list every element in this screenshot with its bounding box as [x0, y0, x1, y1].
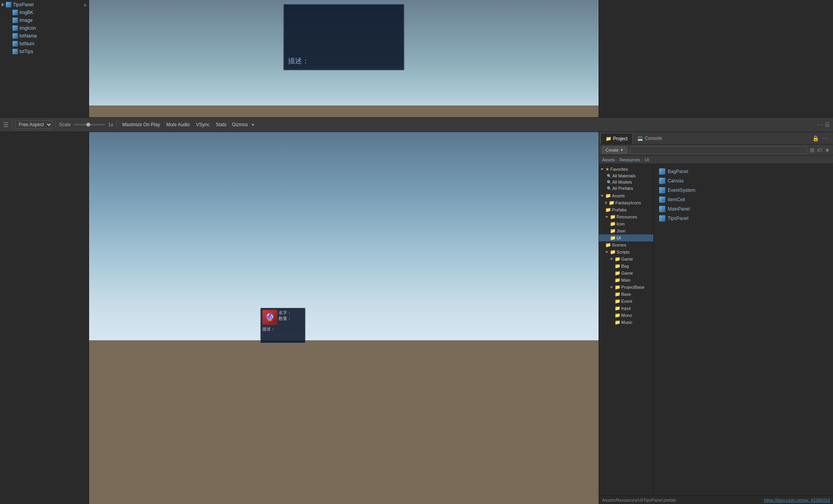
- tree-icon[interactable]: 📁 Icon: [599, 220, 653, 227]
- hierarchy-item-txtname[interactable]: txtName: [0, 32, 89, 40]
- breadcrumb-assets[interactable]: Assets: [602, 157, 615, 162]
- breadcrumb-resources[interactable]: Resources: [620, 157, 640, 162]
- create-button[interactable]: Create ▼: [602, 147, 627, 154]
- tree-base[interactable]: 📁 Base: [599, 291, 653, 298]
- file-item-canvas[interactable]: Canvas: [657, 177, 830, 185]
- label-icon[interactable]: 🏷: [817, 147, 822, 153]
- tree-mono[interactable]: 📁 Mono: [599, 312, 653, 319]
- cube-icon: [13, 49, 18, 54]
- tree-label: Input: [621, 306, 631, 311]
- folder-icon: 📁: [610, 249, 616, 255]
- tab-bar: 📁 Project 💻 Console 🔒 ⋯: [599, 132, 833, 145]
- tree-projectbase[interactable]: 📁 ProjectBase: [599, 284, 653, 291]
- hierarchy-item-txtnum[interactable]: txtNum: [0, 40, 89, 48]
- tree-fantasyicons[interactable]: 📁 FantasyIcons: [599, 199, 653, 206]
- prefab-icon: [659, 215, 665, 222]
- tree-all-models[interactable]: 🔍 All Models: [599, 179, 653, 185]
- hierarchy-item-image[interactable]: Image: [0, 16, 89, 24]
- hierarchy-item-txttips[interactable]: txtTips: [0, 48, 89, 55]
- file-label: BagPanel: [668, 169, 688, 174]
- hierarchy-item-imgicon[interactable]: imgIcon: [0, 24, 89, 32]
- tree-label: Mono: [621, 313, 632, 318]
- stats-button[interactable]: Stats: [213, 121, 229, 128]
- search-icon: 🔍: [607, 186, 611, 191]
- right-panel-upper: [599, 0, 833, 117]
- tree-scenes[interactable]: 📁 Scenes: [599, 241, 653, 248]
- vsync-button[interactable]: VSync: [193, 121, 212, 128]
- more-options-button[interactable]: ⋯: [822, 134, 828, 142]
- hierarchy-item-imgbk[interactable]: imgBK: [0, 9, 89, 16]
- scale-slider[interactable]: [74, 124, 105, 125]
- toolbar-lines[interactable]: ☰: [825, 122, 830, 128]
- hierarchy-label: TipsPanel: [13, 2, 34, 7]
- file-item-itemcell[interactable]: ItemCell: [657, 195, 830, 204]
- file-tree: ★ Favorites 🔍 All Materials 🔍 All Models…: [599, 164, 654, 495]
- tree-bag[interactable]: 📁 Bag: [599, 263, 653, 270]
- tree-label: Json: [617, 229, 626, 233]
- tree-label: Resources: [617, 214, 637, 219]
- file-label: EventSystem: [668, 188, 695, 193]
- scene-game-view[interactable]: 🔮 名字： 数量： 描述：: [89, 132, 599, 504]
- create-arrow: ▼: [620, 148, 624, 152]
- tree-json[interactable]: 📁 Json: [599, 227, 653, 234]
- folder-icon: 📁: [605, 242, 611, 248]
- arrow-icon: ▶: [84, 3, 87, 7]
- tab-console[interactable]: 💻 Console: [633, 132, 667, 144]
- tree-all-prefabs[interactable]: 🔍 All Prefabs: [599, 185, 653, 191]
- prefab-icon: [659, 206, 665, 212]
- breadcrumb-ui[interactable]: UI: [645, 157, 649, 162]
- tree-label: Icon: [617, 222, 625, 226]
- file-item-eventsystem[interactable]: EventSystem: [657, 186, 830, 195]
- tree-label: All Prefabs: [612, 186, 633, 191]
- expand-down: [605, 216, 608, 218]
- tab-project[interactable]: 📁 Project: [601, 133, 633, 144]
- file-item-mainpanel[interactable]: MainPanel: [657, 205, 830, 213]
- tree-assets[interactable]: 📁 Assets: [599, 192, 653, 199]
- hierarchy-panel: TipsPanel ▶ imgBK Image imgIcon txtName: [0, 0, 89, 117]
- aspect-select[interactable]: Free Aspect: [15, 120, 52, 129]
- prefab-icon: [659, 197, 665, 203]
- columns-icon[interactable]: ⊞: [810, 147, 815, 153]
- tree-game-folder[interactable]: 📁 Game: [599, 256, 653, 263]
- folder-icon: 📁: [615, 270, 620, 276]
- tree-all-materials[interactable]: 🔍 All Materials: [599, 173, 653, 179]
- tree-scripts[interactable]: 📁 Scripts: [599, 248, 653, 256]
- mute-audio-button[interactable]: Mute Audio: [164, 121, 192, 128]
- toolbar-dots[interactable]: ⋯: [817, 121, 823, 129]
- scale-slider-thumb[interactable]: [86, 123, 90, 127]
- file-grid: BagPanel Canvas EventSystem ItemCel: [654, 164, 833, 495]
- desc-label: 描述：: [262, 326, 303, 332]
- folder-icon: 📁: [605, 193, 611, 198]
- gizmos-button[interactable]: Gizmos: [231, 121, 250, 128]
- cube-icon: [6, 2, 11, 7]
- expand-right: [605, 201, 607, 204]
- tree-event[interactable]: 📁 Event: [599, 298, 653, 305]
- tree-game-sub[interactable]: 📁 Game: [599, 270, 653, 277]
- right-content: ★ Favorites 🔍 All Materials 🔍 All Models…: [599, 164, 833, 495]
- maximize-on-play-button[interactable]: Maximize On Play: [120, 121, 163, 128]
- right-panel: 📁 Project 💻 Console 🔒 ⋯ Create ▼: [599, 132, 833, 504]
- cube-icon: [13, 33, 18, 39]
- tree-label: FantasyIcons: [615, 200, 641, 205]
- file-item-bagpanel[interactable]: BagPanel: [657, 167, 830, 176]
- tree-main[interactable]: 📁 Main: [599, 277, 653, 284]
- lock-button[interactable]: 🔒: [812, 135, 819, 141]
- gizmos-arrow[interactable]: ▼: [251, 123, 255, 127]
- tree-music[interactable]: 📁 Music: [599, 319, 653, 326]
- star-icon[interactable]: ★: [825, 147, 830, 153]
- toolbar-left-icon[interactable]: ☰: [3, 121, 9, 129]
- status-url[interactable]: https://blog.csdn.net/qq_42385019: [764, 498, 830, 502]
- tree-ui[interactable]: 📁 UI: [599, 234, 653, 241]
- tree-prefabs[interactable]: 📁 Prefabs: [599, 206, 653, 213]
- prefab-icon: [659, 187, 665, 193]
- cube-icon: [13, 10, 18, 15]
- cube-icon: [13, 25, 18, 31]
- search-input[interactable]: [630, 146, 807, 154]
- tree-input[interactable]: 📁 Input: [599, 305, 653, 312]
- hierarchy-item-tipspanel[interactable]: TipsPanel ▶: [0, 1, 89, 9]
- tree-favorites[interactable]: ★ Favorites: [599, 166, 653, 173]
- file-label: MainPanel: [668, 206, 690, 212]
- file-item-tipspanel[interactable]: TipsPanel: [657, 214, 830, 223]
- tree-resources[interactable]: 📁 Resources: [599, 213, 653, 220]
- prefab-icon: [659, 168, 665, 175]
